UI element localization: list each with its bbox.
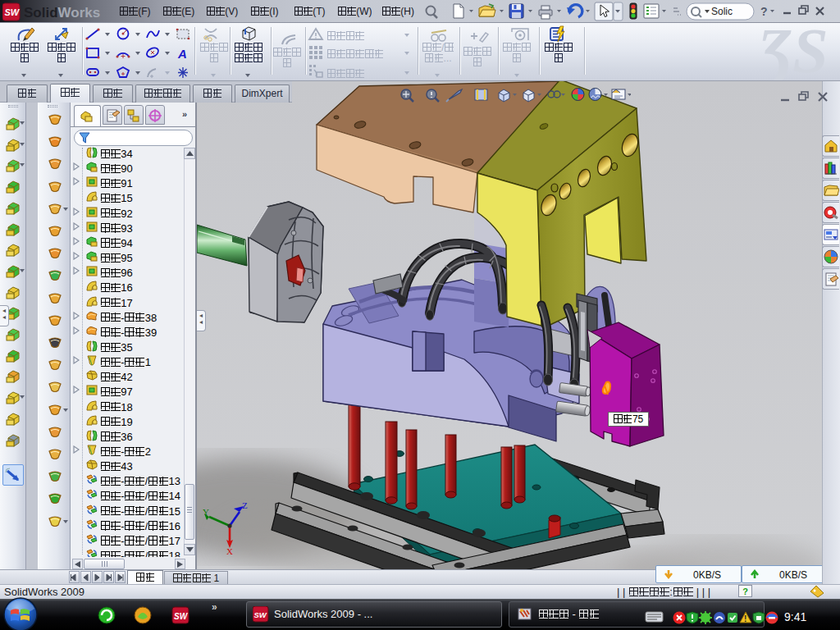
svg-text:Y: Y: [203, 507, 209, 517]
svg-text:SW: SW: [254, 610, 267, 619]
svg-text:SolidWorks: SolidWorks: [24, 5, 100, 21]
svg-text:?: ?: [760, 5, 768, 18]
svg-text:Solic: Solic: [711, 6, 733, 17]
svg-text:A: A: [177, 47, 187, 60]
svg-text:!: !: [744, 614, 746, 623]
svg-text:SW: SW: [5, 7, 21, 17]
svg-text:X: X: [226, 546, 233, 556]
svg-text:SW: SW: [174, 612, 189, 621]
svg-text:ƷS: ƷS: [758, 21, 829, 80]
svg-text:Z: Z: [242, 500, 248, 510]
